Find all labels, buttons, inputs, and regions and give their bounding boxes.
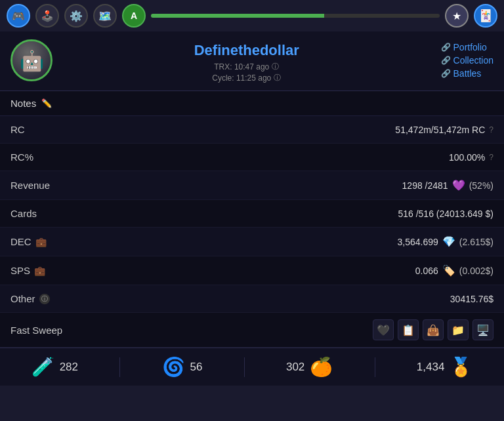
dec-value: 3,564.699 💎 (2.615$) [398,235,494,248]
rc-label: RC [10,124,25,135]
profile-name: Definethedollar [52,42,441,59]
portfolio-link-label: Portfolio [453,42,487,52]
revenue-label: Revenue [10,180,50,191]
potion2-stat: 302 🍊 [286,356,333,378]
sps-row: SPS 💼 0.066 🏷️ (0.002$) [0,256,504,285]
collection-link[interactable]: 🔗 Collection [441,55,494,66]
rc-value-text: 51,472m/51,472m RC [395,125,485,135]
avatar-inner: 🤖 [12,41,51,79]
trophy-icon: 🏅 [450,356,472,378]
trophy-stat: 1,434 🏅 [417,356,473,378]
nav-settings-icon[interactable]: ⚙️ [64,4,88,28]
divider-2 [244,357,245,377]
revenue-value-text: 1298 /2481 [402,180,448,191]
avatar-image: 🤖 [20,49,44,72]
dec-value-text: 3,564.699 [398,237,438,247]
sweep-icon-5[interactable]: 🖥️ [472,319,494,340]
rc-question-icon[interactable]: ? [489,125,494,134]
profile-info: Definethedollar TRX: 10:47 ago ⓘ Cycle: … [52,39,441,83]
spiral-icon: 🌀 [162,356,185,378]
trophy-value: 1,434 [417,361,445,374]
trx-info-icon[interactable]: ⓘ [272,62,279,71]
other-value-text: 30415.76$ [450,294,494,304]
notes-label: Notes [10,98,36,109]
divider-3 [375,357,375,377]
battles-link-label: Battles [453,68,482,79]
cards-value: 516 /516 (24013.649 $) [398,209,494,219]
sps-badge: (0.002$) [459,266,494,276]
sps-label: SPS 💼 [10,265,45,276]
potion-value: 282 [60,361,78,374]
profile-links: 🔗 Portfolio 🔗 Collection 🔗 Battles [441,39,494,79]
dec-label-text: DEC [10,236,32,247]
sps-label-text: SPS [10,265,30,276]
dec-wallet-icon[interactable]: 💼 [35,237,47,247]
edit-notes-icon[interactable]: ✏️ [41,98,52,108]
spiral-stat: 🌀 56 [162,356,203,378]
fast-sweep-icons: 🖤 📋 👜 📁 🖥️ [373,319,494,340]
dec-icon: 💎 [442,235,455,248]
battles-link-icon: 🔗 [441,69,451,78]
rc-percent-value-text: 100.00% [449,152,485,163]
sweep-icon-3[interactable]: 👜 [423,319,444,340]
rc-value: 51,472m/51,472m RC ? [395,125,494,135]
cards-value-text: 516 /516 (24013.649 $) [398,209,494,219]
notes-row: Notes ✏️ [0,91,504,116]
avatar: 🤖 [10,39,52,81]
rc-percent-value: 100.00% ? [449,152,494,163]
trx-label: TRX: 10:47 ago [214,62,269,71]
nav-controller-icon[interactable]: 🕹️ [35,4,59,28]
revenue-icon: 💜 [452,179,465,191]
revenue-row: Revenue 1298 /2481 💜 (52%) [0,171,504,200]
revenue-value: 1298 /2481 💜 (52%) [402,179,494,191]
portfolio-link[interactable]: 🔗 Portfolio [441,42,487,52]
revenue-badge: (52%) [469,180,494,191]
fast-sweep-label: Fast Sweep [10,325,62,336]
potion-stat: 🧪 282 [32,356,78,378]
potion-icon: 🧪 [32,356,54,378]
sweep-icon-4[interactable]: 📁 [448,319,469,340]
other-row: Other ⓘ 30415.76$ [0,285,504,313]
divider-1 [119,357,120,377]
fast-sweep-row: Fast Sweep 🖤 📋 👜 📁 🖥️ [0,313,504,348]
rc-percent-row: RC% 100.00% ? [0,144,504,171]
collection-link-label: Collection [453,55,494,66]
portfolio-link-icon: 🔗 [441,43,451,52]
nav-profile-icon[interactable]: A [122,4,146,28]
nav-map-icon[interactable]: 🗺️ [93,4,117,28]
battles-link[interactable]: 🔗 Battles [441,68,482,79]
progress-bar [151,14,440,18]
dec-label: DEC 💼 [10,236,47,247]
sweep-icon-2[interactable]: 📋 [398,319,419,340]
profile-meta: TRX: 10:47 ago ⓘ Cycle: 11:25 ago ⓘ [52,62,441,83]
star-icon[interactable]: ★ [445,4,469,28]
spiral-value: 56 [190,361,203,374]
rc-row: RC 51,472m/51,472m RC ? [0,116,504,144]
sps-value: 0.066 🏷️ (0.002$) [415,264,494,277]
dec-row: DEC 💼 3,564.699 💎 (2.615$) [0,228,504,256]
nav-icon-group: 🎮 🕹️ ⚙️ 🗺️ A [7,4,146,28]
sps-value-text: 0.066 [415,266,438,276]
other-label-text: Other [10,293,35,304]
stats-section: Notes ✏️ RC 51,472m/51,472m RC ? RC% 100… [0,91,504,348]
bottom-stats-row: 🧪 282 🌀 56 302 🍊 1,434 🏅 [0,348,504,386]
cards-label: Cards [10,208,37,219]
top-nav: 🎮 🕹️ ⚙️ 🗺️ A ★ 🃏 [0,0,504,31]
cycle-label: Cycle: 11:25 ago [212,73,271,83]
potion2-value: 302 [286,361,304,374]
card-icon[interactable]: 🃏 [474,4,497,28]
sweep-icon-1[interactable]: 🖤 [373,319,394,340]
rc-percent-question-icon[interactable]: ? [489,153,494,162]
potion2-icon: 🍊 [310,356,333,378]
other-value: 30415.76$ [450,294,494,304]
cards-row: Cards 516 /516 (24013.649 $) [0,200,504,228]
sps-wallet-icon[interactable]: 💼 [34,266,45,276]
other-label: Other ⓘ [10,293,50,304]
other-info-icon[interactable]: ⓘ [39,294,50,304]
trx-row: TRX: 10:47 ago ⓘ [214,62,279,71]
cycle-row: Cycle: 11:25 ago ⓘ [212,73,281,83]
collection-link-icon: 🔗 [441,56,451,65]
nav-right-icons: ★ 🃏 [445,4,497,28]
cycle-info-icon[interactable]: ⓘ [274,73,281,83]
nav-game-icon[interactable]: 🎮 [7,4,30,28]
